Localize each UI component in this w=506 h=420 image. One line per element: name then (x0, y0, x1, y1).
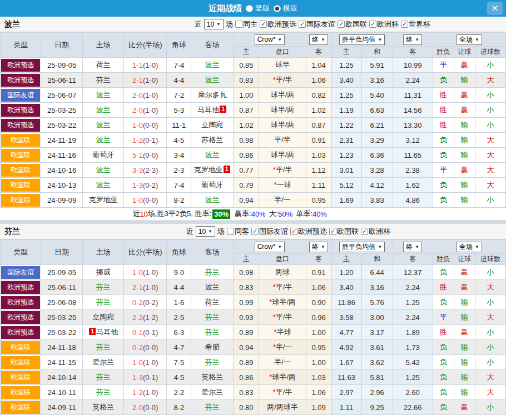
score-cell: 2-1(1-0) (124, 73, 167, 88)
away-team-cell-name: 波兰 (205, 283, 220, 291)
final-odds-select[interactable]: 终▼ (309, 242, 328, 252)
same-venue-checkbox[interactable]: 同主 (235, 19, 257, 29)
crown-away-odds: 1.04 (306, 58, 331, 73)
halftime-score: (1-0) (143, 76, 158, 84)
handicap-cell: 平/半 (259, 133, 306, 148)
caret-down-icon: ▼ (277, 37, 282, 42)
same-venue-checkbox-label: 同主 (243, 19, 257, 29)
competition-type-cell: 欧洲预选 (1, 295, 41, 310)
column-subheader: 盘口 (259, 47, 306, 58)
handicap-name: 球半/两 (271, 121, 295, 129)
competition-type-badge: 欧国联 (1, 194, 40, 207)
mean-home-odds: 1.22 (331, 118, 361, 133)
outcome-result-cell: 负 (433, 178, 454, 193)
crown-away-odds: 1.09 (306, 400, 331, 415)
crown-home-odds: 0.83 (234, 385, 259, 400)
close-icon[interactable]: ✕ (487, 2, 503, 15)
fulltime-score: 3-3 (132, 166, 143, 174)
outcome-result-cell: 负 (433, 340, 454, 355)
odds-company-select[interactable]: Crow*▼ (255, 34, 285, 45)
competition-type-cell: 国际友谊 (1, 265, 41, 280)
competition-type-cell: 欧国联 (1, 355, 41, 370)
crown-home-odds: 0.87 (234, 103, 259, 118)
final-odds-select[interactable]: 终▼ (309, 34, 328, 45)
outcome-result-cell: 平 (433, 163, 454, 178)
outcome-result-cell: 负 (433, 400, 454, 415)
mean-draw-odds: 3.83 (361, 193, 393, 208)
competition-checkbox-label: 欧洲杯 (369, 227, 390, 237)
checkbox-icon (227, 228, 234, 235)
crown-away-odds: 0.87 (306, 118, 331, 133)
mean-odds-select[interactable]: 胜平负均值▼ (339, 242, 385, 252)
handicap-name: 平/半 (276, 388, 292, 396)
score-cell: 2-0(1-0) (124, 88, 167, 103)
away-team-cell-name: 波兰 (205, 76, 220, 84)
header-dropdown-cell: Crow*▼ (234, 240, 306, 254)
competition-checkbox[interactable]: ✓世界杯 (401, 19, 430, 29)
handicap-result-cell: 输 (454, 133, 475, 148)
score-cell: 1-0(0-0) (124, 193, 167, 208)
odds-company-select[interactable]: Crow*▼ (255, 242, 285, 252)
home-team-cell: 波兰 (83, 163, 124, 178)
checkbox-icon: ✓ (361, 228, 368, 235)
match-row: 欧洲预选25-06-08芬兰0-2(0-2)1-6荷兰0.99*球半/两0.90… (1, 295, 506, 310)
competition-checkbox[interactable]: ✓欧国联 (329, 227, 359, 237)
final-mean-select[interactable]: 终▼ (403, 242, 422, 252)
same-venue-checkbox[interactable]: 同客 (227, 227, 249, 237)
fulltime-select[interactable]: 全场▼ (457, 34, 482, 45)
column-header: 日期 (41, 33, 83, 58)
column-subheader: 进球数 (475, 254, 505, 265)
final-odds-select-value: 终 (312, 35, 319, 44)
fulltime-select[interactable]: 全场▼ (457, 242, 482, 252)
competition-type-cell: 欧国联 (1, 370, 41, 385)
handicap-name: 平/半 (276, 283, 292, 291)
results-table: 类型日期主场比分(半场)角球客场Crow*▼终▼胜平负均值▼终▼全场▼主盘口客主… (0, 239, 506, 415)
competition-checkbox[interactable]: ✓欧洲杯 (361, 227, 390, 237)
goals-result-cell: 大 (475, 73, 505, 88)
away-team-cell-name: 立陶宛 (201, 121, 223, 129)
final-mean-select[interactable]: 终▼ (403, 34, 422, 45)
competition-type-cell: 欧国联 (1, 385, 41, 400)
corners-cell: 3-4 (167, 148, 191, 163)
fulltime-score: 1-2 (132, 136, 143, 144)
crown-away-odds: 0.91 (306, 265, 331, 280)
competition-checkbox[interactable]: ✓欧洲预选 (260, 19, 296, 29)
mean-away-odds: 11.31 (393, 88, 433, 103)
competition-checkbox[interactable]: ✓欧洲杯 (369, 19, 399, 29)
checkbox-icon: ✓ (329, 228, 336, 235)
competition-type-badge: 欧洲预选 (1, 296, 40, 309)
competition-checkbox[interactable]: ✓欧国联 (338, 19, 367, 29)
away-team-cell: 摩尔多瓦 (191, 88, 234, 103)
date-cell: 25-03-25 (41, 103, 83, 118)
layout-option-horizontal[interactable]: 横版 (274, 3, 297, 13)
competition-checkbox[interactable]: ✓国际友谊 (251, 227, 288, 237)
home-team-cell-name: 波兰 (96, 166, 111, 174)
mean-draw-odds: 3.29 (361, 133, 393, 148)
fulltime-score: 1-0 (132, 268, 143, 277)
date-cell: 25-03-25 (41, 310, 83, 325)
away-team-cell: 波兰 (191, 280, 234, 295)
mean-away-odds: 13.30 (393, 118, 433, 133)
odds-company-select-value: Crow* (257, 36, 276, 43)
match-row: 欧国联24-11-19波兰1-2(0-1)4-5苏格兰0.98平/半0.912.… (1, 133, 506, 148)
match-count-select[interactable]: 10▼ (196, 226, 215, 237)
mean-away-odds: 2.60 (393, 385, 433, 400)
competition-type-badge: 欧国联 (1, 341, 40, 354)
mean-odds-select[interactable]: 胜平负均值▼ (339, 34, 385, 45)
handicap-name: 平/半 (276, 313, 292, 321)
match-count-select[interactable]: 10▼ (204, 19, 224, 29)
column-subheader: 客 (306, 47, 331, 58)
home-team-cell-name: 波兰 (96, 181, 111, 189)
mean-home-odds: 1.69 (331, 193, 361, 208)
home-team-cell: 芬兰 (83, 385, 124, 400)
match-row: 欧洲预选25-03-25波兰2-0(1-0)5-3马耳他10.87球半/两1.0… (1, 103, 506, 118)
competition-checkbox[interactable]: ✓欧洲预选 (290, 227, 327, 237)
layout-option-vertical[interactable]: 竖版 (246, 3, 270, 13)
away-team-cell: 芬兰 (191, 355, 234, 370)
corners-cell: 8-2 (167, 193, 191, 208)
fulltime-score: 2-2 (132, 313, 143, 322)
goals-result-cell: 小 (475, 58, 505, 73)
mean-draw-odds: 9.25 (361, 400, 393, 415)
competition-checkbox[interactable]: ✓国际友谊 (299, 19, 335, 29)
handicap-result-cell: 赢 (454, 103, 475, 118)
